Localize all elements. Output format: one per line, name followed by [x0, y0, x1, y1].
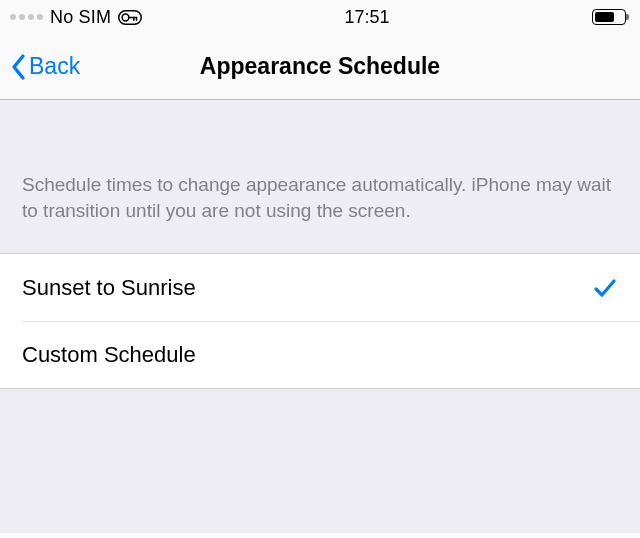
battery-icon: [592, 9, 626, 25]
chevron-left-icon: [10, 53, 27, 81]
carrier-label: No SIM: [50, 7, 111, 28]
status-bar: No SIM 17:51: [0, 0, 640, 34]
option-label: Custom Schedule: [22, 342, 196, 368]
section-description: Schedule times to change appearance auto…: [0, 100, 640, 253]
checkmark-icon: [592, 275, 618, 301]
option-custom-schedule[interactable]: Custom Schedule: [0, 321, 640, 388]
back-button[interactable]: Back: [0, 53, 80, 81]
clock: 17:51: [345, 7, 390, 28]
navigation-bar: Back Appearance Schedule: [0, 34, 640, 100]
page-title: Appearance Schedule: [0, 53, 640, 80]
options-list: Sunset to Sunrise Custom Schedule: [0, 253, 640, 389]
option-sunset-to-sunrise[interactable]: Sunset to Sunrise: [0, 254, 640, 321]
status-right: [592, 9, 626, 25]
back-label: Back: [29, 53, 80, 80]
option-label: Sunset to Sunrise: [22, 275, 196, 301]
vpn-icon: [118, 10, 142, 25]
cellular-signal-icon: [10, 14, 43, 20]
status-left: No SIM: [10, 7, 142, 28]
